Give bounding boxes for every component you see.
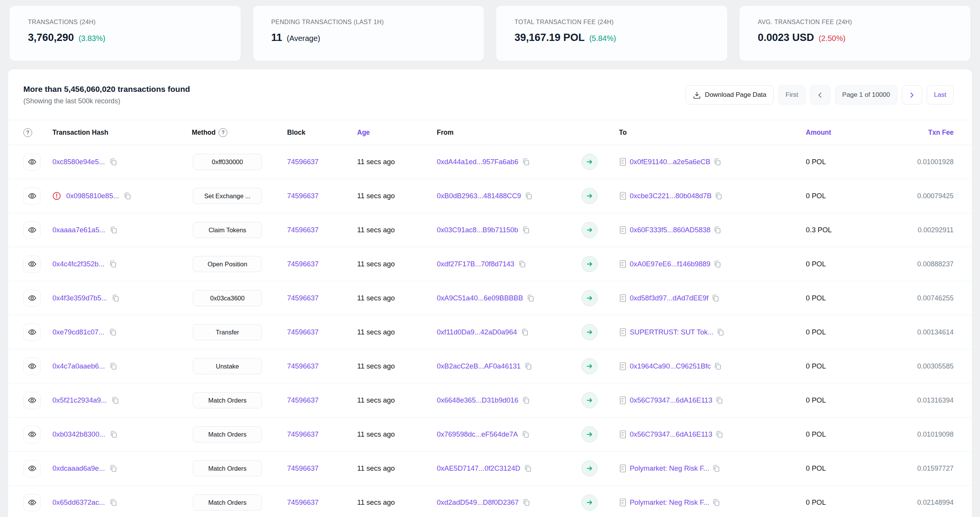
preview-transaction-button[interactable]: [23, 392, 41, 409]
transaction-hash-link[interactable]: 0x4c4fc2f352b...: [52, 260, 105, 268]
block-number-link[interactable]: 74596637: [287, 158, 318, 166]
column-header-amount[interactable]: Amount: [788, 129, 880, 137]
copy-icon[interactable]: [109, 158, 117, 166]
to-address-link[interactable]: SUPERTRUST: SUT Tok...: [630, 328, 714, 336]
to-address-link[interactable]: 0x56C79347...6dA16E113: [630, 396, 712, 404]
download-page-data-button[interactable]: Download Page Data: [686, 85, 774, 104]
preview-transaction-button[interactable]: [23, 290, 41, 307]
block-number-link[interactable]: 74596637: [287, 328, 318, 336]
preview-transaction-button[interactable]: [23, 494, 41, 511]
column-header-age[interactable]: Age: [340, 129, 428, 137]
copy-icon[interactable]: [525, 192, 532, 200]
block-number-link[interactable]: 74596637: [287, 362, 318, 370]
copy-icon[interactable]: [124, 192, 131, 200]
preview-transaction-button[interactable]: [23, 256, 41, 273]
copy-icon[interactable]: [518, 260, 526, 268]
copy-icon[interactable]: [527, 294, 534, 302]
to-address-link[interactable]: 0xd58f3d97...dAd7dEE9f: [630, 294, 709, 302]
transaction-hash-link[interactable]: 0xc8580e94e5...: [52, 158, 105, 166]
copy-icon[interactable]: [715, 396, 723, 404]
copy-icon[interactable]: [712, 465, 720, 472]
copy-icon[interactable]: [715, 431, 723, 438]
column-header-method: Method ?: [180, 128, 275, 137]
preview-transaction-button[interactable]: [23, 188, 41, 205]
transaction-hash-link[interactable]: 0x5f21c2934a9...: [52, 396, 107, 404]
block-number-link[interactable]: 74596637: [287, 464, 318, 472]
to-address-link[interactable]: 0x56C79347...6dA16E113: [630, 430, 712, 439]
to-address-link[interactable]: 0xcbe3C221...80b048d7B: [630, 192, 712, 200]
transaction-hash-link[interactable]: 0xdcaaad6a9e...: [52, 464, 105, 473]
from-address-link[interactable]: 0xd2adD549...D8f0D2367: [437, 498, 519, 507]
to-address-link[interactable]: 0x1964Ca90...C96251Bfc: [630, 362, 711, 370]
transaction-hash-link[interactable]: 0xe79cd81c07...: [52, 328, 105, 336]
copy-icon[interactable]: [524, 465, 532, 472]
from-address-link[interactable]: 0x769598dc...eF564de7A: [437, 430, 518, 439]
from-address-link[interactable]: 0xB0dB2963...481488CC9: [437, 192, 521, 200]
copy-icon[interactable]: [714, 260, 721, 268]
copy-icon[interactable]: [523, 499, 530, 506]
copy-icon[interactable]: [715, 192, 722, 200]
last-page-button[interactable]: Last: [927, 85, 954, 104]
copy-icon[interactable]: [712, 294, 719, 302]
from-address-link[interactable]: 0xf11d0Da9...42aD0a964: [437, 328, 517, 336]
from-address-link[interactable]: 0xdf27F17B...70f8d7143: [437, 260, 514, 268]
next-page-button[interactable]: [902, 85, 922, 104]
transaction-hash-link[interactable]: 0x65dd6372ac...: [52, 498, 105, 507]
to-address-link[interactable]: 0xA0E97eE6...f146b9889: [630, 260, 710, 268]
block-number-link[interactable]: 74596637: [287, 498, 318, 506]
preview-transaction-button[interactable]: [23, 426, 41, 443]
block-number-link[interactable]: 74596637: [287, 226, 318, 234]
question-circle-icon[interactable]: ?: [219, 128, 227, 137]
copy-icon[interactable]: [714, 226, 721, 234]
copy-icon[interactable]: [522, 396, 530, 404]
block-number-link[interactable]: 74596637: [287, 396, 318, 404]
preview-transaction-button[interactable]: [23, 153, 41, 171]
from-address-link[interactable]: 0xAE5D7147...0f2C3124D: [437, 464, 520, 473]
previous-page-button[interactable]: [810, 85, 830, 104]
block-number-link[interactable]: 74596637: [287, 192, 318, 200]
from-address-link[interactable]: 0x6648e365...D31b9d016: [437, 396, 518, 404]
copy-icon[interactable]: [109, 465, 117, 472]
copy-icon[interactable]: [717, 328, 724, 336]
copy-icon[interactable]: [109, 499, 117, 506]
copy-icon[interactable]: [109, 362, 117, 370]
block-number-link[interactable]: 74596637: [287, 294, 318, 302]
transaction-hash-link[interactable]: 0xb0342b8300...: [52, 430, 105, 439]
block-number-link[interactable]: 74596637: [287, 430, 318, 438]
first-page-button[interactable]: First: [778, 85, 805, 104]
to-address-link[interactable]: Polymarket: Neg Risk F...: [630, 498, 709, 507]
transaction-hash-link[interactable]: 0xaaaa7e61a5...: [52, 226, 105, 234]
from-address-link[interactable]: 0xB2acC2eB...AF0a46131: [437, 362, 521, 370]
copy-icon[interactable]: [521, 328, 529, 336]
from-address-link[interactable]: 0xA9C51a40...6e09BBBBB: [437, 294, 523, 302]
from-address-link[interactable]: 0x03C91ac8...B9b71150b: [437, 226, 518, 234]
copy-icon[interactable]: [110, 431, 118, 438]
copy-icon[interactable]: [111, 396, 119, 404]
question-circle-icon[interactable]: ?: [23, 128, 32, 137]
copy-icon[interactable]: [522, 431, 529, 438]
copy-icon[interactable]: [109, 260, 117, 268]
copy-icon[interactable]: [712, 499, 720, 506]
copy-icon[interactable]: [522, 226, 530, 234]
copy-icon[interactable]: [112, 294, 119, 302]
preview-transaction-button[interactable]: [23, 358, 41, 375]
to-address-link[interactable]: Polymarket: Neg Risk F...: [630, 464, 709, 473]
copy-icon[interactable]: [109, 328, 117, 336]
copy-icon[interactable]: [522, 158, 530, 166]
copy-icon[interactable]: [714, 362, 722, 370]
to-address-link[interactable]: 0x0fE91140...a2e5a6eCB: [630, 158, 710, 166]
copy-icon[interactable]: [524, 362, 532, 370]
to-address-link[interactable]: 0x60F333f5...860AD5838: [630, 226, 710, 234]
preview-transaction-button[interactable]: [23, 222, 41, 239]
column-header-fee[interactable]: Txn Fee: [880, 129, 954, 137]
copy-icon[interactable]: [110, 226, 118, 234]
stat-value: 11: [271, 32, 283, 44]
from-address-link[interactable]: 0xdA44a1ed...957Fa6ab6: [437, 158, 518, 166]
transaction-hash-link[interactable]: 0x4f3e359d7b5...: [52, 294, 107, 302]
copy-icon[interactable]: [714, 158, 721, 166]
preview-transaction-button[interactable]: [23, 460, 41, 477]
transaction-hash-link[interactable]: 0x4c7a0aaeb6...: [52, 362, 105, 370]
block-number-link[interactable]: 74596637: [287, 260, 318, 268]
preview-transaction-button[interactable]: [23, 324, 41, 341]
transaction-hash-link[interactable]: 0x0985810e85...: [66, 192, 119, 200]
